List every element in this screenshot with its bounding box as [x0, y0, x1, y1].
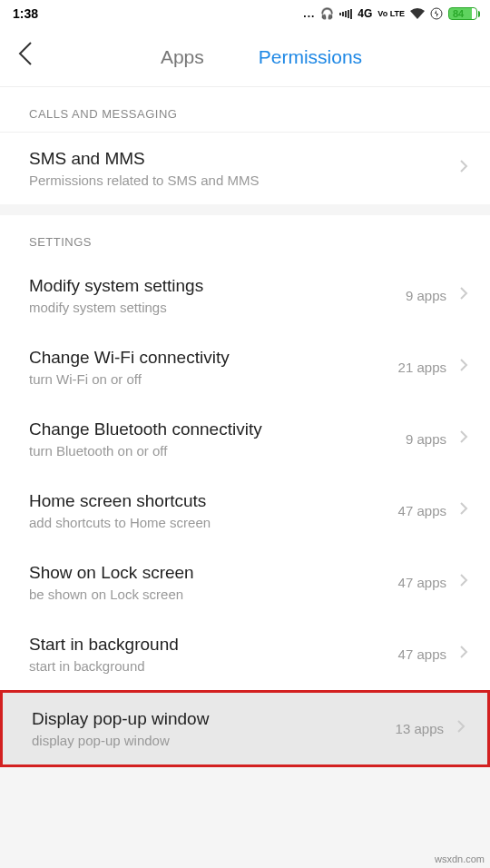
item-subtitle: Permissions related to SMS and MMS: [29, 173, 459, 188]
chevron-right-icon: [459, 645, 468, 664]
item-title: SMS and MMS: [29, 149, 459, 169]
svg-point-0: [431, 8, 442, 19]
item-home-shortcuts[interactable]: Home screen shortcuts add shortcuts to H…: [0, 475, 490, 547]
item-lock-screen[interactable]: Show on Lock screen be shown on Lock scr…: [0, 547, 490, 618]
status-icons: ... 🎧 4G Vo LTE 84: [303, 7, 477, 20]
more-icon: ...: [303, 7, 315, 20]
wifi-icon: [410, 8, 425, 19]
item-title: Change Bluetooth connectivity: [29, 419, 406, 439]
item-title: Show on Lock screen: [29, 563, 398, 583]
item-title: Start in background: [29, 635, 398, 655]
chevron-right-icon: [459, 358, 468, 377]
section-header-settings: SETTINGS: [0, 215, 490, 260]
item-value: 47 apps: [398, 575, 446, 590]
item-title: Modify system settings: [29, 276, 406, 296]
tab-apps[interactable]: Apps: [161, 46, 204, 68]
item-modify-system[interactable]: Modify system settings modify system set…: [0, 260, 490, 331]
item-subtitle: modify system settings: [29, 300, 406, 315]
item-subtitle: start in background: [29, 658, 398, 674]
item-value: 9 apps: [406, 288, 446, 303]
volte-icon: Vo LTE: [377, 10, 405, 18]
section-settings: SETTINGS Modify system settings modify s…: [0, 215, 490, 767]
item-title: Home screen shortcuts: [29, 491, 398, 511]
tabs: Apps Permissions: [51, 46, 472, 68]
signal-icon: [339, 8, 352, 19]
chevron-right-icon: [459, 501, 468, 520]
headphone-icon: 🎧: [320, 7, 334, 20]
item-bluetooth[interactable]: Change Bluetooth connectivity turn Bluet…: [0, 403, 490, 475]
item-value: 21 apps: [398, 360, 446, 375]
chevron-right-icon: [459, 573, 468, 592]
section-divider: [0, 204, 490, 215]
item-wifi[interactable]: Change Wi-Fi connectivity turn Wi-Fi on …: [0, 331, 490, 403]
status-time: 1:38: [13, 6, 38, 21]
tab-permissions[interactable]: Permissions: [259, 46, 362, 68]
network-label: 4G: [358, 7, 372, 20]
charging-icon: [430, 7, 443, 20]
chevron-right-icon: [459, 429, 468, 449]
item-value: 47 apps: [398, 503, 446, 518]
section-calls: CALLS AND MESSAGING SMS and MMS Permissi…: [0, 87, 490, 204]
item-value: 13 apps: [396, 721, 444, 736]
item-start-background[interactable]: Start in background start in background …: [0, 618, 490, 690]
item-title: Change Wi-Fi connectivity: [29, 348, 398, 368]
item-title: Display pop-up window: [32, 709, 396, 729]
item-subtitle: add shortcuts to Home screen: [29, 515, 398, 530]
item-subtitle: turn Wi-Fi on or off: [29, 371, 398, 387]
status-bar: 1:38 ... 🎧 4G Vo LTE 84: [0, 0, 490, 27]
item-subtitle: be shown on Lock screen: [29, 587, 398, 602]
watermark: wsxdn.com: [435, 853, 485, 864]
chevron-right-icon: [459, 286, 468, 305]
item-popup-window[interactable]: Display pop-up window display pop-up win…: [0, 690, 490, 767]
item-subtitle: turn Bluetooth on or off: [29, 443, 406, 459]
item-subtitle: display pop-up window: [32, 733, 396, 748]
item-sms-mms[interactable]: SMS and MMS Permissions related to SMS a…: [0, 133, 490, 204]
chevron-right-icon: [456, 719, 466, 738]
battery-icon: 84: [448, 7, 477, 20]
section-header-calls: CALLS AND MESSAGING: [0, 87, 490, 133]
chevron-right-icon: [459, 159, 468, 178]
back-icon[interactable]: [18, 41, 33, 73]
header: Apps Permissions: [0, 27, 490, 87]
item-value: 47 apps: [398, 646, 446, 662]
item-value: 9 apps: [406, 431, 446, 447]
